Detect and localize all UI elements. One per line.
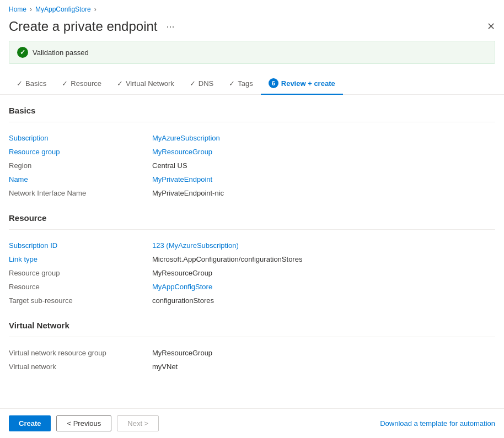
field-label-vnet-resource-group: Virtual network resource group	[9, 349, 152, 357]
field-row-resource: Resource MyAppConfigStore	[9, 280, 495, 294]
tab-review-create-badge: 6	[269, 78, 278, 88]
field-label-vnet: Virtual network	[9, 363, 152, 371]
field-value-resource[interactable]: MyAppConfigStore	[152, 283, 212, 291]
field-value-subscription[interactable]: MyAzureSubscription	[152, 134, 220, 142]
field-value-region: Central US	[152, 161, 187, 170]
field-value-res-resource-group: MyResourceGroup	[152, 269, 212, 277]
field-label-name: Name	[9, 175, 152, 183]
basics-section-title: Basics	[9, 106, 495, 115]
field-label-subscription-id: Subscription ID	[9, 241, 152, 250]
validation-text: Validation passed	[33, 48, 89, 57]
field-value-link-type: Microsoft.AppConfiguration/configuration…	[152, 255, 302, 263]
tab-virtual-network[interactable]: ✓ Virtual Network	[109, 74, 182, 94]
content-area: Basics Subscription MyAzureSubscription …	[0, 106, 504, 374]
create-button[interactable]: Create	[9, 415, 51, 431]
field-row-res-resource-group: Resource group MyResourceGroup	[9, 266, 495, 280]
field-row-region: Region Central US	[9, 159, 495, 172]
tab-dns[interactable]: ✓ DNS	[182, 74, 221, 94]
virtual-network-divider	[9, 337, 495, 337]
field-value-vnet: myVNet	[152, 363, 178, 371]
field-label-subscription: Subscription	[9, 134, 152, 142]
field-row-subscription-id: Subscription ID 123 (MyAzureSubscription…	[9, 239, 495, 252]
field-row-vnet-resource-group: Virtual network resource group MyResourc…	[9, 346, 495, 360]
field-label-res-resource-group: Resource group	[9, 269, 152, 277]
field-label-region: Region	[9, 161, 152, 170]
tab-basics[interactable]: ✓ Basics	[9, 74, 54, 94]
breadcrumb-chevron-2: ›	[94, 6, 96, 13]
page-header: Create a private endpoint ··· ✕	[0, 17, 504, 41]
field-value-nic-name: MyPrivateEndpoint-nic	[152, 189, 224, 197]
ellipsis-button[interactable]: ···	[163, 20, 178, 34]
field-value-subscription-id[interactable]: 123 (MyAzureSubscription)	[152, 241, 239, 250]
field-label-target-sub-resource: Target sub-resource	[9, 296, 152, 305]
field-label-resource-group: Resource group	[9, 148, 152, 156]
field-label-nic-name: Network Interface Name	[9, 189, 152, 197]
close-button[interactable]: ✕	[487, 20, 495, 33]
validation-icon	[17, 47, 28, 58]
next-button[interactable]: Next >	[117, 415, 159, 431]
download-template-link[interactable]: Download a template for automation	[380, 419, 495, 428]
field-value-resource-group[interactable]: MyResourceGroup	[152, 148, 212, 156]
breadcrumb-resource[interactable]: MyAppConfigStore	[35, 6, 91, 13]
tab-basics-check: ✓	[17, 79, 23, 88]
page-title: Create a private endpoint	[9, 19, 158, 34]
tab-resource-label: Resource	[71, 79, 101, 88]
tab-dns-check: ✓	[190, 79, 196, 88]
field-row-target-sub-resource: Target sub-resource configurationStores	[9, 294, 495, 307]
tab-virtual-network-check: ✓	[117, 79, 123, 88]
field-label-resource: Resource	[9, 283, 152, 291]
tab-review-create[interactable]: 6 Review + create	[261, 73, 343, 95]
field-label-link-type: Link type	[9, 255, 152, 263]
field-row-link-type: Link type Microsoft.AppConfiguration/con…	[9, 252, 495, 266]
validation-banner: Validation passed	[9, 41, 495, 64]
tab-resource[interactable]: ✓ Resource	[54, 74, 109, 94]
breadcrumb-home[interactable]: Home	[9, 6, 26, 13]
field-row-resource-group: Resource group MyResourceGroup	[9, 145, 495, 159]
resource-section: Resource Subscription ID 123 (MyAzureSub…	[9, 213, 495, 307]
footer: Create < Previous Next > Download a temp…	[0, 408, 504, 438]
basics-divider	[9, 122, 495, 122]
tab-resource-check: ✓	[62, 79, 68, 88]
tab-review-create-label: Review + create	[281, 79, 335, 88]
field-row-nic-name: Network Interface Name MyPrivateEndpoint…	[9, 186, 495, 200]
field-row-subscription: Subscription MyAzureSubscription	[9, 131, 495, 145]
tab-tags-label: Tags	[238, 79, 253, 88]
virtual-network-section: Virtual Network Virtual network resource…	[9, 321, 495, 374]
basics-section: Basics Subscription MyAzureSubscription …	[9, 106, 495, 200]
resource-divider	[9, 229, 495, 230]
field-row-vnet: Virtual network myVNet	[9, 360, 495, 374]
field-value-target-sub-resource: configurationStores	[152, 296, 214, 305]
tab-tags-check: ✓	[229, 79, 235, 88]
tab-dns-label: DNS	[199, 79, 213, 88]
virtual-network-section-title: Virtual Network	[9, 321, 495, 330]
breadcrumb: Home › MyAppConfigStore ›	[0, 0, 504, 17]
resource-section-title: Resource	[9, 213, 495, 223]
breadcrumb-chevron-1: ›	[30, 6, 32, 13]
tab-virtual-network-label: Virtual Network	[126, 79, 174, 88]
previous-button[interactable]: < Previous	[56, 415, 111, 431]
field-row-name: Name MyPrivateEndpoint	[9, 172, 495, 186]
tabs-bar: ✓ Basics ✓ Resource ✓ Virtual Network ✓ …	[0, 73, 504, 95]
tab-tags[interactable]: ✓ Tags	[221, 74, 260, 94]
tab-basics-label: Basics	[25, 79, 46, 88]
field-value-name[interactable]: MyPrivateEndpoint	[152, 175, 212, 183]
field-value-vnet-resource-group: MyResourceGroup	[152, 349, 212, 357]
